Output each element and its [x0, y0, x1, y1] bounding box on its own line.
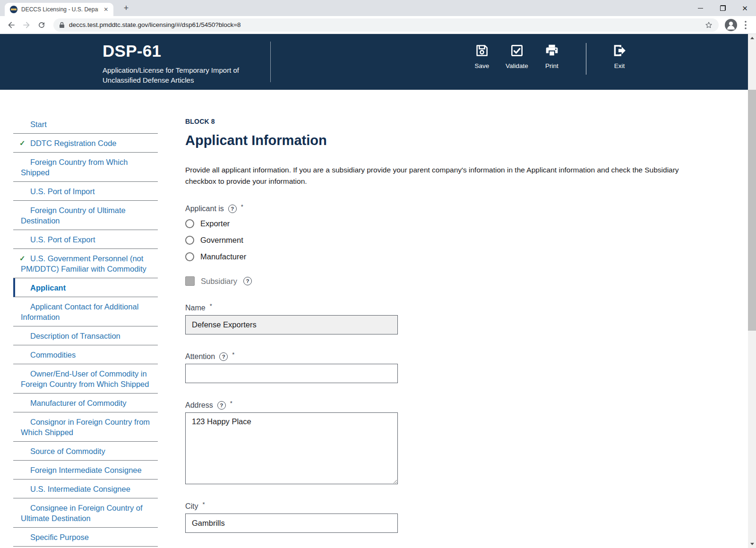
- forward-button[interactable]: [19, 18, 34, 32]
- applicant-is-label-row: Applicant is ? *: [185, 204, 695, 213]
- sidebar-item-label: U.S. Government Personnel (not PM/DDTC) …: [21, 254, 146, 273]
- reload-icon: [37, 21, 46, 29]
- exit-button[interactable]: Exit: [602, 43, 637, 69]
- help-icon[interactable]: ?: [219, 352, 228, 361]
- sidebar-item-consignor-in-foreign-country[interactable]: Consignor in Foreign Country from Which …: [13, 412, 158, 442]
- sidebar-item-us-government-personnel[interactable]: ✓ U.S. Government Personnel (not PM/DDTC…: [13, 249, 158, 278]
- sidebar-item-label: Owner/End-User of Commodity in Foreign C…: [21, 369, 149, 388]
- scroll-up-button[interactable]: [748, 34, 756, 42]
- sidebar-item-label: U.S. Port of Export: [30, 235, 95, 244]
- city-input[interactable]: [185, 514, 398, 533]
- browser-tab-bar: DECCS Licensing - U.S. Departme ✕ + ✕: [0, 0, 756, 16]
- sidebar-item-foreign-intermediate-consignee[interactable]: Foreign Intermediate Consignee: [13, 461, 158, 480]
- tab-title: DECCS Licensing - U.S. Departme: [21, 6, 98, 13]
- header-actions: Save Validate Print: [464, 43, 569, 69]
- sidebar-item-label: Foreign Country of Ultimate Destination: [21, 206, 126, 225]
- sidebar-item-label: Source of Commodity: [30, 447, 105, 455]
- sidebar-item-ddtc-registration-code[interactable]: ✓ DDTC Registration Code: [13, 134, 158, 153]
- profile-button[interactable]: [723, 17, 739, 33]
- radio-icon[interactable]: [185, 236, 194, 245]
- window-close-button[interactable]: ✕: [734, 0, 756, 16]
- back-button[interactable]: [4, 18, 18, 32]
- save-icon: [474, 43, 490, 60]
- radio-option-government[interactable]: Government: [185, 236, 695, 245]
- help-icon[interactable]: ?: [243, 277, 252, 285]
- validate-label: Validate: [506, 62, 528, 69]
- sidebar-item-consignee-in-foreign-country[interactable]: Consignee in Foreign Country of Ultimate…: [13, 498, 158, 528]
- header-divider-2: [586, 43, 586, 75]
- city-group: City *: [185, 502, 695, 533]
- scroll-down-icon: [750, 543, 754, 545]
- sidebar-item-us-port-of-export[interactable]: U.S. Port of Export: [13, 230, 158, 249]
- radio-option-label: Government: [200, 236, 243, 245]
- check-icon: ✓: [19, 253, 26, 264]
- sidebar-item-label: Commodities: [30, 351, 76, 359]
- sidebar-item-label: Manufacturer of Commodity: [30, 399, 127, 407]
- sidebar-item-label: Start: [30, 120, 47, 128]
- help-icon[interactable]: ?: [228, 205, 237, 213]
- subsidiary-label: Subsidiary: [201, 277, 237, 286]
- page-title: Applicant Information: [185, 133, 695, 148]
- reload-button[interactable]: [34, 18, 49, 32]
- print-icon: [544, 43, 559, 60]
- scroll-up-icon: [750, 37, 754, 39]
- radio-icon[interactable]: [185, 219, 194, 228]
- sidebar-item-label: U.S. Port of Import: [30, 187, 95, 196]
- radio-option-manufacturer[interactable]: Manufacturer: [185, 252, 695, 261]
- back-icon: [7, 20, 16, 30]
- sidebar-item-source-of-commodity[interactable]: Source of Commodity: [13, 442, 158, 461]
- subsidiary-group: Subsidiary ?: [185, 276, 695, 286]
- window-restore-button[interactable]: [712, 0, 734, 16]
- site-favicon: [10, 6, 17, 13]
- sidebar-item-commodities[interactable]: Commodities: [13, 345, 158, 364]
- sidebar-item-description-of-transaction[interactable]: Description of Transaction: [13, 326, 158, 345]
- sidebar-item-manufacturer-of-commodity[interactable]: Manufacturer of Commodity: [13, 394, 158, 412]
- browser-toolbar: deccs.test.pmddtc.state.gov/licensing/#/…: [0, 16, 756, 34]
- required-asterisk: *: [232, 351, 234, 358]
- browser-menu-button[interactable]: [739, 18, 752, 32]
- required-asterisk: *: [210, 302, 212, 309]
- exit-icon: [612, 43, 627, 60]
- radio-option-exporter[interactable]: Exporter: [185, 219, 695, 228]
- browser-tab[interactable]: DECCS Licensing - U.S. Departme ✕: [5, 3, 113, 16]
- sidebar-item-label: Foreign Intermediate Consignee: [30, 466, 142, 474]
- address-group: Address ? * 123 Happy Place: [185, 401, 695, 484]
- attention-input[interactable]: [185, 364, 398, 383]
- url-bar[interactable]: deccs.test.pmddtc.state.gov/licensing/#/…: [53, 18, 719, 32]
- address-textarea[interactable]: 123 Happy Place: [185, 412, 398, 484]
- radio-icon[interactable]: [185, 252, 194, 261]
- sidebar-item-label: U.S. Intermediate Consignee: [30, 485, 130, 493]
- exit-label: Exit: [614, 62, 625, 69]
- validate-button[interactable]: Validate: [499, 43, 534, 69]
- applicant-is-group: Applicant is ? * Exporter Government Man…: [185, 204, 695, 261]
- name-label-row: Name *: [185, 303, 695, 312]
- sidebar-item-us-port-of-import[interactable]: U.S. Port of Import: [13, 182, 158, 201]
- name-input[interactable]: [185, 315, 398, 334]
- help-icon[interactable]: ?: [217, 401, 226, 410]
- sidebar-item-owner-end-user[interactable]: Owner/End-User of Commodity in Foreign C…: [13, 364, 158, 394]
- scroll-down-button[interactable]: [748, 540, 756, 548]
- new-tab-button[interactable]: +: [120, 3, 132, 14]
- print-button[interactable]: Print: [534, 43, 569, 69]
- tab-close-icon[interactable]: ✕: [102, 6, 110, 13]
- bookmark-star-button[interactable]: [704, 21, 713, 29]
- sidebar-item-applicant[interactable]: Applicant: [13, 278, 158, 297]
- sidebar-item-foreign-country-from-which-shipped[interactable]: Foreign Country from Which Shipped: [13, 153, 158, 182]
- attention-group: Attention ? *: [185, 352, 695, 383]
- sidebar-item-label: DDTC Registration Code: [30, 139, 116, 147]
- scrollbar-thumb[interactable]: [748, 90, 756, 331]
- page-scrollbar[interactable]: [748, 34, 756, 548]
- sidebar-item-label: Applicant Contact for Additional Informa…: [21, 302, 138, 321]
- name-group: Name *: [185, 303, 695, 334]
- three-dots-icon: [745, 21, 747, 29]
- save-button[interactable]: Save: [464, 43, 499, 69]
- sidebar-item-start[interactable]: Start: [13, 115, 158, 134]
- url-text[interactable]: deccs.test.pmddtc.state.gov/licensing/#/…: [69, 21, 241, 28]
- window-minimize-button[interactable]: [689, 0, 712, 16]
- sidebar-item-applicant-contact[interactable]: Applicant Contact for Additional Informa…: [13, 297, 158, 326]
- sidebar-item-foreign-country-of-ultimate-destination[interactable]: Foreign Country of Ultimate Destination: [13, 201, 158, 230]
- print-label: Print: [545, 62, 558, 69]
- sidebar-item-us-intermediate-consignee[interactable]: U.S. Intermediate Consignee: [13, 480, 158, 498]
- sidebar-item-label: Foreign Country from Which Shipped: [21, 158, 128, 177]
- sidebar-item-specific-purpose[interactable]: Specific Purpose: [13, 528, 158, 547]
